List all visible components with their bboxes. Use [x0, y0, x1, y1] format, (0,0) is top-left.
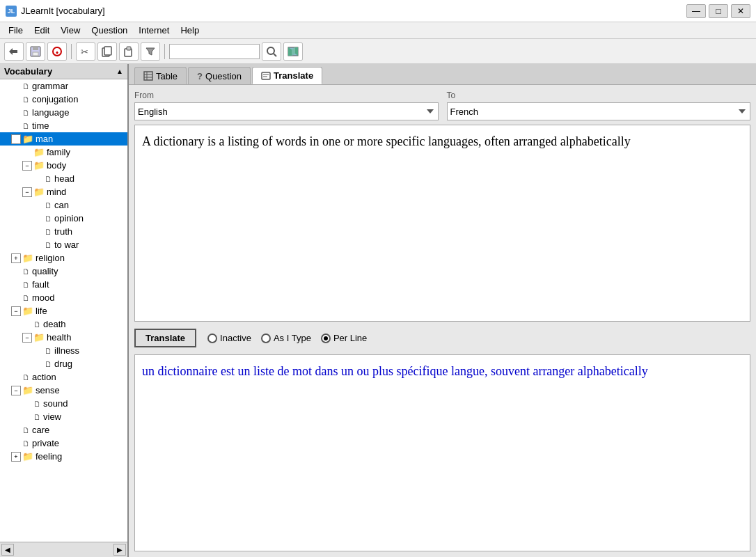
toolbar: ♦ ✂: [0, 39, 756, 64]
folder-icon: 📁: [22, 253, 33, 263]
doc-icon: 🗋: [33, 413, 41, 421]
tab-table-label: Table: [156, 71, 178, 81]
source-text-area[interactable]: A dictionary is a listing of words in on…: [135, 125, 750, 321]
from-language-select[interactable]: English French German Spanish: [134, 102, 439, 120]
sidebar-item-sense[interactable]: − 📁 sense: [0, 384, 127, 397]
expand-religion-btn[interactable]: +: [11, 253, 21, 263]
doc-icon: 🗋: [45, 214, 52, 223]
folder-icon: 📁: [33, 187, 45, 197]
doc-icon: 🗋: [22, 294, 30, 302]
sidebar-item-care[interactable]: 🗋 care: [0, 423, 127, 437]
radio-circle-inactive: [207, 334, 217, 343]
tab-table[interactable]: Table: [134, 67, 187, 84]
close-button[interactable]: ✕: [731, 4, 750, 18]
sidebar-item-drug[interactable]: 🗋 drug: [0, 357, 127, 370]
tab-translate-label: Translate: [274, 70, 313, 81]
doc-icon: 🗋: [45, 360, 52, 368]
sidebar-item-mood[interactable]: 🗋 mood: [0, 291, 127, 304]
menu-help[interactable]: Help: [175, 24, 205, 37]
translate-button[interactable]: Translate: [134, 329, 196, 347]
expand-sense-btn[interactable]: −: [11, 386, 21, 395]
sidebar-item-sound[interactable]: 🗋 sound: [0, 397, 127, 410]
sidebar-item-grammar[interactable]: 🗋 grammar: [0, 79, 127, 93]
svg-point-10: [267, 47, 274, 54]
sidebar-item-death[interactable]: 🗋 death: [0, 317, 127, 331]
sidebar-item-time[interactable]: 🗋 time: [0, 119, 127, 132]
radio-inactive[interactable]: Inactive: [207, 333, 251, 343]
filter-button[interactable]: [141, 42, 160, 61]
translate-controls: Translate Inactive As I Type: [134, 326, 750, 350]
sidebar-item-life[interactable]: − 📁 life: [0, 304, 127, 317]
cut-button[interactable]: ✂: [76, 42, 95, 61]
search-input[interactable]: [169, 44, 260, 59]
language-selectors: From English French German Spanish To Fr…: [134, 91, 750, 120]
expand-body-btn[interactable]: −: [22, 161, 32, 171]
sidebar-item-to-war[interactable]: 🗋 to war: [0, 238, 127, 251]
sidebar-item-opinion[interactable]: 🗋 opinion: [0, 212, 127, 225]
svg-text:✂: ✂: [81, 47, 88, 57]
sidebar-item-body[interactable]: − 📁 body: [0, 159, 127, 172]
svg-rect-16: [144, 72, 152, 80]
expand-man-btn[interactable]: −: [11, 134, 21, 144]
sidebar-item-health[interactable]: − 📁 health: [0, 331, 127, 344]
sidebar-item-man[interactable]: − 📁 man: [0, 132, 127, 146]
sidebar-item-conjugation[interactable]: 🗋 conjugation: [0, 93, 127, 106]
copy-button[interactable]: [97, 42, 117, 61]
sidebar-item-action[interactable]: 🗋 action: [0, 370, 127, 384]
sidebar-item-can[interactable]: 🗋 can: [0, 198, 127, 212]
question-icon: ?: [197, 71, 203, 81]
svg-text:♦: ♦: [56, 49, 58, 56]
bookmark-button[interactable]: ♦: [47, 42, 67, 61]
save-button[interactable]: [26, 42, 45, 61]
auto-translate-options: Inactive As I Type Per Line: [207, 333, 367, 343]
doc-icon: 🗋: [45, 347, 52, 355]
sidebar-item-mind[interactable]: − 📁 mind: [0, 185, 127, 198]
sidebar-scroll-left[interactable]: ◀: [1, 544, 14, 556]
expand-mind-btn[interactable]: −: [22, 187, 32, 197]
sidebar-item-language[interactable]: 🗋 language: [0, 106, 127, 119]
svg-rect-7: [104, 47, 111, 55]
svg-rect-9: [127, 47, 131, 50]
sidebar-item-head[interactable]: 🗋 head: [0, 172, 127, 185]
to-language-select[interactable]: French English German Spanish: [447, 102, 751, 120]
menu-internet[interactable]: Internet: [133, 24, 175, 37]
maximize-button[interactable]: □: [709, 4, 728, 18]
sidebar-item-family[interactable]: 📁 family: [0, 146, 127, 159]
map-button[interactable]: [283, 42, 303, 61]
to-label: To: [447, 91, 751, 100]
sidebar-item-illness[interactable]: 🗋 illness: [0, 344, 127, 357]
doc-icon: 🗋: [22, 281, 30, 289]
toolbar-sep-1: [71, 44, 72, 59]
expand-feeling-btn[interactable]: +: [11, 452, 21, 462]
sidebar-item-feeling[interactable]: + 📁 feeling: [0, 450, 127, 463]
menu-question[interactable]: Question: [86, 24, 133, 37]
tab-translate[interactable]: Translate: [252, 67, 322, 84]
sidebar-scroll-right[interactable]: ▶: [113, 544, 126, 556]
menu-view[interactable]: View: [55, 24, 86, 37]
sidebar-item-religion[interactable]: + 📁 religion: [0, 251, 127, 265]
expand-life-btn[interactable]: −: [11, 306, 21, 316]
minimize-button[interactable]: —: [686, 4, 706, 18]
expand-health-btn[interactable]: −: [22, 333, 32, 343]
paste-button[interactable]: [119, 42, 139, 61]
radio-per-line[interactable]: Per Line: [321, 333, 367, 343]
sidebar-item-quality[interactable]: 🗋 quality: [0, 265, 127, 278]
tab-question[interactable]: ? Question: [188, 67, 251, 84]
menu-edit[interactable]: Edit: [29, 24, 55, 37]
folder-icon: 📁: [33, 160, 45, 171]
sidebar-item-private[interactable]: 🗋 private: [0, 437, 127, 450]
main-layout: Vocabulary ▲ 🗋 grammar 🗋 conjugation: [0, 64, 756, 557]
radio-circle-per-line: [321, 334, 331, 343]
sidebar-scroll-up-icon[interactable]: ▲: [116, 68, 123, 75]
sidebar-item-fault[interactable]: 🗋 fault: [0, 278, 127, 291]
svg-rect-1: [33, 47, 38, 50]
menu-file[interactable]: File: [3, 24, 29, 37]
radio-circle-as-i-type: [261, 334, 271, 343]
svg-rect-2: [33, 52, 38, 56]
to-language-group: To French English German Spanish: [447, 91, 751, 120]
radio-as-i-type[interactable]: As I Type: [261, 333, 311, 343]
search-button[interactable]: [262, 42, 281, 61]
sidebar-item-truth[interactable]: 🗋 truth: [0, 225, 127, 238]
sidebar-item-view[interactable]: 🗋 view: [0, 410, 127, 423]
back-button[interactable]: [4, 42, 24, 61]
